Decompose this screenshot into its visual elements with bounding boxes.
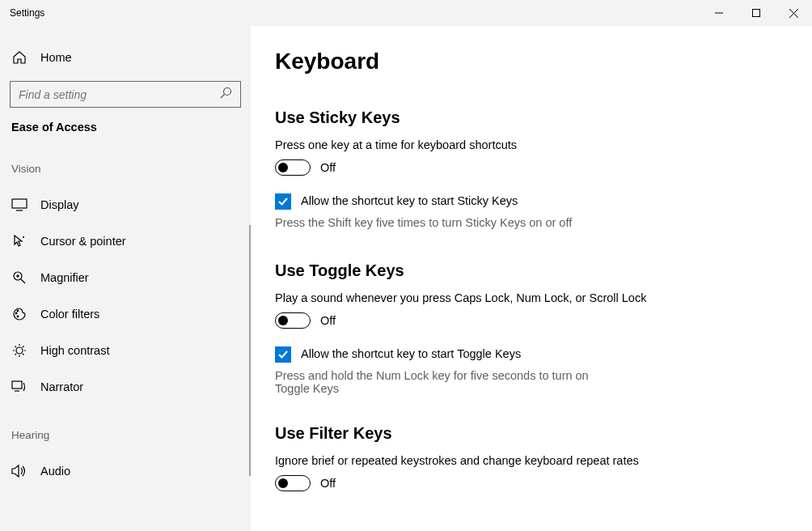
- section-desc-sticky: Press one key at a time for keyboard sho…: [275, 138, 780, 151]
- sidebar: Home Ease of Access Vision Display Curso…: [0, 26, 251, 531]
- svg-line-23: [23, 346, 24, 347]
- sidebar-item-label: Audio: [40, 465, 70, 478]
- svg-line-22: [15, 354, 17, 355]
- svg-point-14: [17, 316, 19, 317]
- home-icon: [11, 50, 27, 65]
- sidebar-item-label: Narrator: [40, 380, 83, 393]
- window-title: Settings: [10, 7, 44, 19]
- svg-point-13: [17, 310, 19, 312]
- home-label: Home: [40, 51, 72, 64]
- toggle-shortcut-label: Allow the shortcut key to start Toggle K…: [301, 346, 521, 360]
- sidebar-item-label: Magnifier: [40, 271, 89, 284]
- minimize-button[interactable]: [700, 0, 738, 26]
- category-title: Ease of Access: [0, 121, 251, 134]
- sticky-keys-toggle-state: Off: [320, 161, 336, 174]
- svg-point-15: [16, 347, 23, 354]
- group-label-vision: Vision: [0, 163, 251, 175]
- contrast-icon: [11, 343, 27, 358]
- close-button[interactable]: [775, 0, 812, 26]
- maximize-button[interactable]: [738, 0, 775, 26]
- sidebar-item-label: Display: [40, 198, 79, 211]
- window-controls: [700, 0, 812, 26]
- toggle-shortcut-checkbox[interactable]: [275, 346, 291, 363]
- svg-rect-6: [12, 199, 27, 208]
- content-area: Keyboard Use Sticky Keys Press one key a…: [251, 26, 812, 531]
- sidebar-item-label: High contrast: [40, 344, 109, 357]
- sticky-hint: Press the Shift key five times to turn S…: [275, 216, 623, 229]
- sidebar-scrollbar[interactable]: [249, 225, 251, 476]
- group-label-hearing: Hearing: [0, 429, 251, 441]
- page-title: Keyboard: [275, 49, 780, 74]
- svg-rect-1: [753, 10, 760, 17]
- section-desc-toggle: Play a sound whenever you press Caps Loc…: [275, 291, 780, 304]
- sidebar-item-label: Color filters: [40, 308, 99, 321]
- filter-keys-toggle-state: Off: [320, 477, 336, 490]
- svg-line-21: [23, 354, 24, 355]
- section-title-filter: Use Filter Keys: [275, 424, 780, 443]
- sidebar-item-display[interactable]: Display: [0, 186, 251, 223]
- search-input[interactable]: [10, 81, 241, 108]
- svg-rect-24: [12, 381, 22, 389]
- magnifier-icon: [11, 270, 27, 285]
- sidebar-item-label: Cursor & pointer: [40, 235, 126, 248]
- svg-line-9: [21, 279, 25, 283]
- sidebar-item-narrator[interactable]: Narrator: [0, 368, 251, 405]
- sticky-keys-toggle[interactable]: [275, 159, 311, 176]
- home-button[interactable]: Home: [0, 42, 251, 73]
- section-desc-filter: Ignore brief or repeated keystrokes and …: [275, 454, 780, 467]
- sticky-shortcut-checkbox[interactable]: [275, 193, 291, 210]
- toggle-hint: Press and hold the Num Lock key for five…: [275, 369, 623, 395]
- sidebar-item-color-filters[interactable]: Color filters: [0, 295, 251, 332]
- search-icon: [219, 87, 232, 103]
- svg-line-5: [221, 94, 225, 98]
- audio-icon: [11, 465, 27, 478]
- narrator-icon: [11, 380, 27, 393]
- svg-point-12: [15, 312, 17, 314]
- toggle-keys-toggle-state: Off: [320, 314, 336, 327]
- cursor-icon: [11, 234, 27, 249]
- toggle-keys-toggle[interactable]: [275, 312, 311, 329]
- display-icon: [11, 198, 27, 211]
- titlebar: Settings: [0, 0, 812, 26]
- section-title-sticky: Use Sticky Keys: [275, 108, 780, 127]
- section-title-toggle: Use Toggle Keys: [275, 261, 780, 280]
- sidebar-item-audio[interactable]: Audio: [0, 452, 251, 489]
- svg-line-20: [15, 346, 17, 347]
- filter-keys-toggle[interactable]: [275, 475, 311, 491]
- sidebar-item-cursor[interactable]: Cursor & pointer: [0, 223, 251, 259]
- search-field[interactable]: [19, 88, 197, 101]
- sticky-shortcut-label: Allow the shortcut key to start Sticky K…: [301, 193, 518, 207]
- sidebar-item-magnifier[interactable]: Magnifier: [0, 259, 251, 295]
- palette-icon: [11, 307, 27, 321]
- svg-point-4: [224, 87, 231, 95]
- sidebar-item-high-contrast[interactable]: High contrast: [0, 332, 251, 368]
